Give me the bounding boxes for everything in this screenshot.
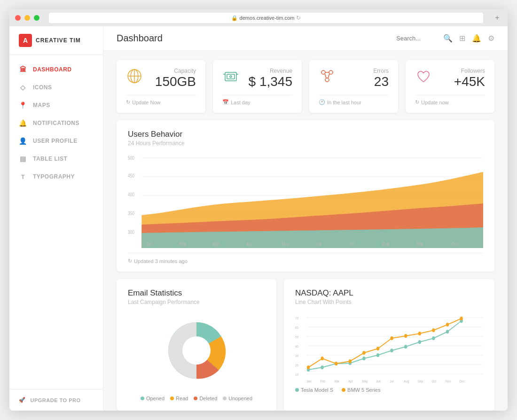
svg-text:Oct: Oct	[431, 379, 436, 383]
sidebar-label-icons: ICONS	[33, 84, 52, 91]
stats-row: Capacity 150GB ↻ Update Now	[103, 51, 508, 120]
svg-text:450: 450	[128, 173, 134, 179]
stat-card-followers: Followers +45K ↻ Update now	[406, 60, 494, 113]
svg-point-56	[376, 353, 379, 357]
svg-point-57	[390, 349, 393, 352]
legend-opened: Opened	[141, 396, 164, 401]
sidebar-label-table-list: TABLE LIST	[33, 156, 67, 162]
svg-point-67	[362, 351, 365, 355]
chart-footer: ↻ Updated 3 minutes ago	[128, 253, 483, 264]
capacity-icon	[126, 68, 143, 88]
refresh-icon[interactable]: ↻	[296, 15, 301, 21]
sidebar-item-user-profile[interactable]: 👤 USER PROFILE	[9, 132, 103, 150]
app-body: A CREATIVE TIM 🏛 DASHBOARD ◇ ICONS 📍 MAP…	[9, 26, 508, 411]
svg-point-10	[329, 70, 333, 74]
upgrade-icon: 🚀	[19, 397, 26, 403]
upgrade-label: UPGRADE TO PRO	[31, 397, 81, 403]
svg-text:30: 30	[295, 353, 298, 358]
sidebar-item-icons[interactable]: ◇ ICONS	[9, 78, 103, 96]
read-label: Read	[176, 396, 188, 401]
svg-text:10: 10	[295, 372, 298, 377]
area-chart: 500 450 400 350 300	[128, 154, 483, 248]
svg-point-59	[418, 340, 421, 344]
logo-icon: A	[19, 34, 32, 47]
main-content: Dashboard 🔍 ⊞ 🔔 ⚙	[103, 26, 508, 411]
sidebar-item-notifications[interactable]: 🔔 NOTIFICATIONS	[9, 114, 103, 132]
svg-point-66	[349, 359, 352, 363]
stat-header-errors: Errors 23	[319, 68, 389, 93]
stat-card-errors: Errors 23 🕐 In the last hour	[309, 60, 398, 113]
svg-text:Oct: Oct	[452, 241, 458, 247]
page-title: Dashboard	[117, 33, 396, 44]
svg-point-61	[446, 330, 449, 334]
sidebar-item-typography[interactable]: T TYPOGRAPHY	[9, 168, 103, 186]
sidebar-label-user-profile: USER PROFILE	[33, 138, 78, 144]
svg-text:Apr: Apr	[246, 241, 252, 247]
svg-text:Jul: Jul	[390, 379, 394, 383]
email-statistics-card: Email Statistics Last Campaign Performan…	[117, 279, 276, 411]
search-icon[interactable]: 🔍	[443, 34, 453, 43]
sidebar-item-table-list[interactable]: ▤ TABLE LIST	[9, 150, 103, 168]
sidebar-item-maps[interactable]: 📍 MAPS	[9, 96, 103, 114]
search-input[interactable]	[396, 35, 443, 42]
svg-text:500: 500	[128, 156, 134, 161]
stat-header-revenue: Revenue $ 1,345	[222, 68, 292, 93]
sidebar-logo: A CREATIVE TIM	[9, 26, 103, 55]
svg-point-74	[460, 317, 462, 320]
svg-text:Aug: Aug	[383, 241, 390, 247]
svg-text:Aug: Aug	[404, 379, 409, 383]
maximize-button[interactable]	[34, 15, 39, 21]
refresh2-icon: ↻	[415, 99, 419, 105]
new-tab-button[interactable]: +	[493, 13, 502, 23]
svg-line-13	[325, 74, 326, 78]
upgrade-button[interactable]: 🚀 UPGRADE TO PRO	[9, 389, 103, 411]
email-stats-title: Email Statistics	[128, 288, 265, 298]
clock-footer-icon: ↻	[128, 258, 132, 264]
svg-text:Mar: Mar	[213, 241, 219, 247]
dashboard-icon: 🏛	[19, 65, 27, 74]
calendar-icon: 📅	[222, 99, 229, 105]
bottom-row: Email Statistics Last Campaign Performan…	[103, 279, 508, 411]
svg-point-71	[418, 332, 421, 335]
grid-icon[interactable]: ⊞	[459, 34, 465, 43]
svg-text:Sep: Sep	[418, 379, 423, 383]
svg-text:Jan: Jan	[146, 241, 152, 247]
svg-point-63	[307, 366, 310, 369]
email-stats-subtitle: Last Campaign Performance	[128, 299, 265, 305]
svg-point-55	[362, 357, 365, 360]
main-header: Dashboard 🔍 ⊞ 🔔 ⚙	[103, 26, 508, 51]
capacity-label: Capacity	[155, 68, 196, 74]
stat-card-revenue: Revenue $ 1,345 📅 Last day	[213, 60, 302, 113]
followers-value: +45K	[454, 74, 485, 89]
followers-footer: ↻ Update now	[415, 95, 485, 105]
unopened-label: Unopened	[228, 396, 252, 401]
deleted-label: Deleted	[199, 396, 217, 401]
url-bar[interactable]: 🔒 demos.creative-tim.com ↻	[49, 13, 483, 23]
svg-point-70	[404, 334, 407, 338]
users-behavior-title: Users Behavior	[128, 130, 483, 139]
sidebar-label-maps: MAPS	[33, 102, 50, 109]
followers-label: Followers	[454, 68, 485, 74]
table-icon: ▤	[19, 155, 27, 163]
nasdaq-title: NASDAQ: AAPL	[295, 288, 483, 298]
sidebar-item-dashboard[interactable]: 🏛 DASHBOARD	[9, 61, 103, 78]
header-search	[396, 35, 443, 42]
bell-icon[interactable]: 🔔	[472, 34, 481, 43]
svg-text:Dec: Dec	[460, 379, 465, 383]
errors-footer: 🕐 In the last hour	[319, 95, 389, 105]
minimize-button[interactable]	[24, 15, 30, 21]
close-button[interactable]	[15, 15, 21, 21]
svg-text:Feb: Feb	[179, 241, 186, 247]
svg-text:50: 50	[295, 334, 298, 339]
stat-header-followers: Followers +45K	[415, 68, 485, 93]
user-icon: 👤	[19, 137, 27, 145]
svg-point-58	[404, 345, 407, 349]
stat-header-capacity: Capacity 150GB	[126, 68, 196, 93]
svg-point-8	[230, 76, 232, 78]
gear-icon[interactable]: ⚙	[488, 34, 494, 43]
svg-point-69	[390, 336, 393, 340]
notifications-icon: 🔔	[19, 119, 27, 127]
revenue-value: $ 1,345	[249, 74, 292, 89]
svg-point-72	[432, 328, 435, 332]
url-text: demos.creative-tim.com	[240, 15, 295, 21]
